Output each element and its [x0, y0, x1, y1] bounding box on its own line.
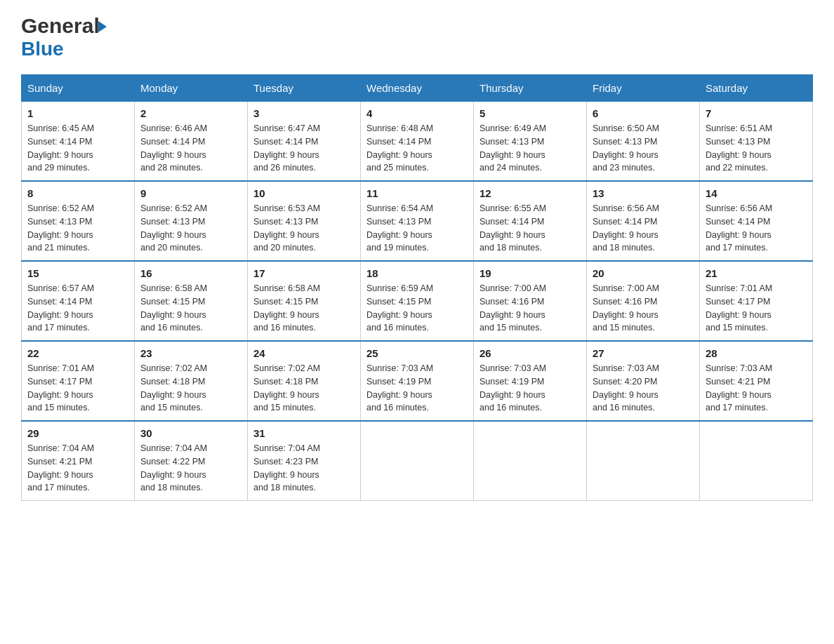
col-header-friday: Friday	[587, 75, 700, 102]
calendar-cell: 7 Sunrise: 6:51 AMSunset: 4:13 PMDayligh…	[700, 102, 813, 182]
day-info: Sunrise: 7:04 AMSunset: 4:21 PMDaylight:…	[27, 442, 128, 495]
calendar-cell: 12 Sunrise: 6:55 AMSunset: 4:14 PMDaylig…	[474, 181, 587, 261]
logo-triangle-icon	[98, 21, 107, 32]
day-number: 24	[253, 347, 355, 359]
calendar-cell: 23 Sunrise: 7:02 AMSunset: 4:18 PMDaylig…	[135, 341, 248, 421]
day-number: 4	[366, 107, 468, 119]
calendar-cell: 26 Sunrise: 7:03 AMSunset: 4:19 PMDaylig…	[474, 341, 587, 421]
day-number: 16	[140, 267, 241, 279]
calendar-cell: 31 Sunrise: 7:04 AMSunset: 4:23 PMDaylig…	[248, 421, 361, 501]
calendar-cell	[474, 421, 587, 501]
day-number: 23	[140, 347, 241, 359]
day-number: 31	[253, 427, 355, 439]
day-number: 19	[479, 267, 581, 279]
calendar-cell: 28 Sunrise: 7:03 AMSunset: 4:21 PMDaylig…	[700, 341, 813, 421]
calendar-cell: 19 Sunrise: 7:00 AMSunset: 4:16 PMDaylig…	[474, 261, 587, 341]
day-info: Sunrise: 6:53 AMSunset: 4:13 PMDaylight:…	[253, 202, 355, 255]
day-info: Sunrise: 6:56 AMSunset: 4:14 PMDaylight:…	[706, 202, 807, 255]
calendar-cell: 20 Sunrise: 7:00 AMSunset: 4:16 PMDaylig…	[587, 261, 700, 341]
day-number: 27	[593, 347, 694, 359]
day-info: Sunrise: 6:59 AMSunset: 4:15 PMDaylight:…	[366, 282, 468, 335]
col-header-monday: Monday	[135, 75, 248, 102]
day-number: 10	[253, 187, 355, 199]
day-info: Sunrise: 6:50 AMSunset: 4:13 PMDaylight:…	[593, 122, 694, 175]
calendar-week-1: 1 Sunrise: 6:45 AMSunset: 4:14 PMDayligh…	[22, 102, 813, 182]
logo-blue: Blue	[21, 38, 64, 60]
day-info: Sunrise: 7:03 AMSunset: 4:20 PMDaylight:…	[593, 362, 694, 415]
col-header-tuesday: Tuesday	[248, 75, 361, 102]
day-info: Sunrise: 7:00 AMSunset: 4:16 PMDaylight:…	[479, 282, 581, 335]
day-info: Sunrise: 6:52 AMSunset: 4:13 PMDaylight:…	[140, 202, 241, 255]
calendar-cell: 24 Sunrise: 7:02 AMSunset: 4:18 PMDaylig…	[248, 341, 361, 421]
calendar-cell: 1 Sunrise: 6:45 AMSunset: 4:14 PMDayligh…	[22, 102, 135, 182]
day-info: Sunrise: 6:58 AMSunset: 4:15 PMDaylight:…	[140, 282, 241, 335]
day-info: Sunrise: 7:01 AMSunset: 4:17 PMDaylight:…	[706, 282, 807, 335]
calendar-cell: 8 Sunrise: 6:52 AMSunset: 4:13 PMDayligh…	[22, 181, 135, 261]
day-number: 2	[140, 107, 241, 119]
calendar-week-5: 29 Sunrise: 7:04 AMSunset: 4:21 PMDaylig…	[22, 421, 813, 501]
calendar-cell: 16 Sunrise: 6:58 AMSunset: 4:15 PMDaylig…	[135, 261, 248, 341]
day-number: 26	[479, 347, 581, 359]
col-header-saturday: Saturday	[700, 75, 813, 102]
day-number: 11	[366, 187, 468, 199]
day-number: 13	[593, 187, 694, 199]
day-info: Sunrise: 7:02 AMSunset: 4:18 PMDaylight:…	[253, 362, 355, 415]
calendar-cell: 3 Sunrise: 6:47 AMSunset: 4:14 PMDayligh…	[248, 102, 361, 182]
day-info: Sunrise: 6:57 AMSunset: 4:14 PMDaylight:…	[27, 282, 128, 335]
day-number: 25	[366, 347, 468, 359]
day-number: 5	[479, 107, 581, 119]
day-info: Sunrise: 6:49 AMSunset: 4:13 PMDaylight:…	[479, 122, 581, 175]
day-info: Sunrise: 7:04 AMSunset: 4:22 PMDaylight:…	[140, 442, 241, 495]
day-info: Sunrise: 6:56 AMSunset: 4:14 PMDaylight:…	[593, 202, 694, 255]
calendar-cell	[587, 421, 700, 501]
day-info: Sunrise: 6:48 AMSunset: 4:14 PMDaylight:…	[366, 122, 468, 175]
day-info: Sunrise: 6:46 AMSunset: 4:14 PMDaylight:…	[140, 122, 241, 175]
day-number: 9	[140, 187, 241, 199]
calendar-cell: 15 Sunrise: 6:57 AMSunset: 4:14 PMDaylig…	[22, 261, 135, 341]
day-info: Sunrise: 7:02 AMSunset: 4:18 PMDaylight:…	[140, 362, 241, 415]
calendar-week-3: 15 Sunrise: 6:57 AMSunset: 4:14 PMDaylig…	[22, 261, 813, 341]
calendar-cell: 13 Sunrise: 6:56 AMSunset: 4:14 PMDaylig…	[587, 181, 700, 261]
day-number: 12	[479, 187, 581, 199]
calendar-cell: 17 Sunrise: 6:58 AMSunset: 4:15 PMDaylig…	[248, 261, 361, 341]
day-info: Sunrise: 6:47 AMSunset: 4:14 PMDaylight:…	[253, 122, 355, 175]
day-info: Sunrise: 6:51 AMSunset: 4:13 PMDaylight:…	[706, 122, 807, 175]
calendar-cell: 10 Sunrise: 6:53 AMSunset: 4:13 PMDaylig…	[248, 181, 361, 261]
day-info: Sunrise: 7:03 AMSunset: 4:19 PMDaylight:…	[366, 362, 468, 415]
calendar-cell	[361, 421, 474, 501]
calendar-cell: 14 Sunrise: 6:56 AMSunset: 4:14 PMDaylig…	[700, 181, 813, 261]
col-header-sunday: Sunday	[22, 75, 135, 102]
calendar-cell: 9 Sunrise: 6:52 AMSunset: 4:13 PMDayligh…	[135, 181, 248, 261]
day-number: 14	[706, 187, 807, 199]
page-header: General Blue	[21, 14, 813, 60]
col-header-wednesday: Wednesday	[361, 75, 474, 102]
day-number: 18	[366, 267, 468, 279]
col-header-thursday: Thursday	[474, 75, 587, 102]
calendar-cell: 25 Sunrise: 7:03 AMSunset: 4:19 PMDaylig…	[361, 341, 474, 421]
day-info: Sunrise: 7:01 AMSunset: 4:17 PMDaylight:…	[27, 362, 128, 415]
calendar-week-2: 8 Sunrise: 6:52 AMSunset: 4:13 PMDayligh…	[22, 181, 813, 261]
day-info: Sunrise: 6:54 AMSunset: 4:13 PMDaylight:…	[366, 202, 468, 255]
day-info: Sunrise: 6:55 AMSunset: 4:14 PMDaylight:…	[479, 202, 581, 255]
calendar-cell: 21 Sunrise: 7:01 AMSunset: 4:17 PMDaylig…	[700, 261, 813, 341]
day-number: 17	[253, 267, 355, 279]
calendar-header-row: SundayMondayTuesdayWednesdayThursdayFrid…	[22, 75, 813, 102]
calendar-cell: 6 Sunrise: 6:50 AMSunset: 4:13 PMDayligh…	[587, 102, 700, 182]
calendar-cell: 2 Sunrise: 6:46 AMSunset: 4:14 PMDayligh…	[135, 102, 248, 182]
calendar-cell: 22 Sunrise: 7:01 AMSunset: 4:17 PMDaylig…	[22, 341, 135, 421]
calendar-cell: 4 Sunrise: 6:48 AMSunset: 4:14 PMDayligh…	[361, 102, 474, 182]
logo-general: General	[21, 14, 100, 38]
day-number: 22	[27, 347, 128, 359]
calendar-cell: 30 Sunrise: 7:04 AMSunset: 4:22 PMDaylig…	[135, 421, 248, 501]
day-number: 7	[706, 107, 807, 119]
day-number: 29	[27, 427, 128, 439]
calendar-table: SundayMondayTuesdayWednesdayThursdayFrid…	[21, 74, 813, 501]
day-number: 1	[27, 107, 128, 119]
calendar-cell: 27 Sunrise: 7:03 AMSunset: 4:20 PMDaylig…	[587, 341, 700, 421]
day-info: Sunrise: 7:03 AMSunset: 4:21 PMDaylight:…	[706, 362, 807, 415]
day-number: 21	[706, 267, 807, 279]
day-number: 15	[27, 267, 128, 279]
calendar-cell	[700, 421, 813, 501]
day-number: 8	[27, 187, 128, 199]
logo: General Blue	[21, 14, 107, 60]
